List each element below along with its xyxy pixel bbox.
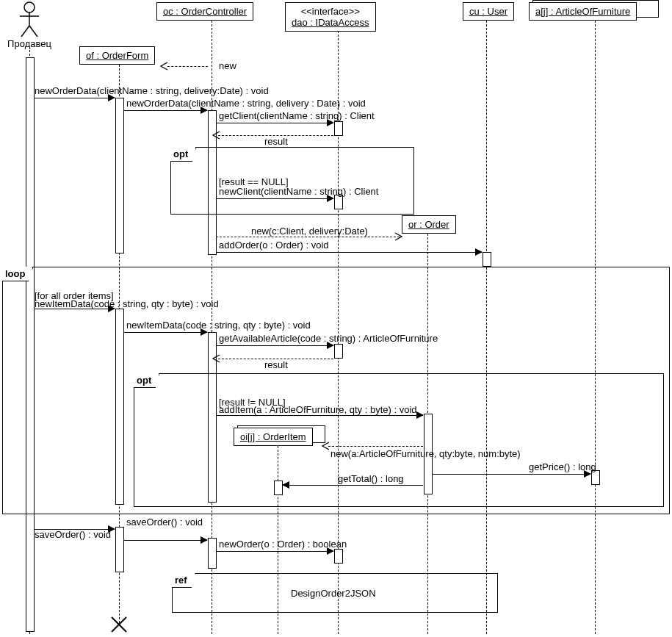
frame-opt1	[170, 147, 414, 215]
arrowhead-saveOrder2	[200, 536, 208, 544]
msg-result1: result	[264, 136, 288, 147]
msg-newClient: newClient(clientName : string) : Client	[219, 186, 378, 197]
svg-line-4	[29, 26, 37, 37]
arrow-newOrderDao	[216, 551, 333, 552]
dao-stereotype: <<interface>>	[301, 6, 360, 17]
frame-opt2	[134, 373, 664, 507]
actor-label: Продавец	[0, 38, 59, 49]
arrow-new-of	[167, 66, 208, 67]
arrow-newItemData2	[123, 332, 207, 333]
msg-newOI: new(a:ArticleOfFurniture, qty:byte, num:…	[330, 448, 521, 459]
arrowhead-getTotal	[282, 481, 289, 489]
lifeline-dao: <<interface>> dao : IDataAccess	[285, 2, 376, 32]
lifeline-of: of : OrderForm	[79, 46, 155, 65]
arrow-getTotal	[283, 485, 423, 486]
act-dao-4	[334, 549, 343, 564]
dao-name: dao : IDataAccess	[292, 17, 369, 28]
frame-ref-label: ref	[172, 573, 195, 588]
msg-newItemData2: newItemData(code : string, qty : byte) :…	[126, 320, 311, 331]
msg-new-of: new	[219, 60, 236, 71]
arrow-newOrderData2	[123, 110, 207, 111]
arrow-newOrder	[216, 237, 400, 237]
arrow-newOrderData1	[34, 98, 115, 98]
msg-result2: result	[264, 359, 288, 370]
arrow-addOrder	[216, 252, 482, 253]
msg-newOrderData2: newOrderData(clientName : string, delive…	[126, 98, 366, 109]
frame-ref-text: DesignOrder2JSON	[291, 588, 376, 599]
lifeline-cu: cu : User	[463, 2, 514, 21]
frame-opt1-label: opt	[170, 147, 196, 162]
msg-newOrder: new(c:Client, delivery:Date)	[251, 226, 368, 237]
frame-opt2-label: opt	[134, 373, 159, 388]
msg-getClient: getClient(clientName : string) : Client	[219, 110, 375, 121]
frame-loop-label: loop	[2, 267, 33, 281]
msg-addItem: addItem(a : ArticleOfFurniture, qty : by…	[219, 404, 417, 415]
arrowhead-addItem	[416, 411, 424, 419]
msg-saveOrder1: saveOrder() : void	[35, 529, 111, 540]
act-dao-1	[334, 121, 343, 136]
lifeline-oij: oi[j] : OrderItem	[234, 428, 313, 446]
act-of-3	[115, 527, 124, 572]
msg-addOrder: addOrder(o : Order) : void	[219, 240, 329, 251]
act-oc-3	[208, 538, 217, 569]
act-of-1	[115, 98, 124, 253]
lifeline-or: or : Order	[402, 215, 456, 234]
arrow-saveOrder2	[123, 540, 207, 541]
act-cu-1	[483, 252, 491, 267]
lifeline-aj: a[j] : ArticleOfFurniture	[529, 2, 637, 21]
destroy-of	[110, 616, 128, 633]
msg-newItemData1: newItemData(code : string, qty : byte) :…	[35, 298, 219, 309]
msg-getPrice: getPrice() : long	[529, 461, 596, 472]
svg-point-0	[24, 2, 35, 12]
arrow-getAvailArt	[216, 345, 333, 346]
arrow-addItem	[216, 415, 423, 416]
actor-seller	[18, 1, 40, 38]
arrow-newOI	[328, 446, 423, 447]
arrow-getPrice	[432, 474, 590, 475]
svg-line-3	[21, 26, 29, 37]
msg-newOrderData1: newOrderData(clientName : string, delive…	[35, 85, 269, 96]
lifeline-oc: oc : OrderController	[156, 2, 253, 21]
msg-getTotal: getTotal() : long	[338, 473, 404, 484]
arrow-getClient	[216, 123, 333, 123]
msg-saveOrder2: saveOrder() : void	[126, 517, 203, 528]
arrow-newClient	[216, 198, 333, 199]
arrowhead-addOrder	[475, 248, 483, 256]
msg-newOrderDao: newOrder(o : Order) : boolean	[219, 539, 347, 550]
msg-getAvailArt: getAvailableArticle(code : string) : Art…	[219, 333, 438, 344]
